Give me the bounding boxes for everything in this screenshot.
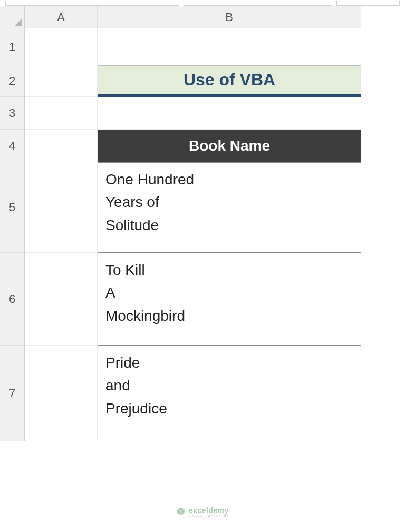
title-cell[interactable]: Use of VBA — [98, 65, 361, 97]
row-header-7[interactable]: 7 — [0, 346, 24, 441]
cell-b1[interactable] — [98, 28, 361, 65]
book-cell-2[interactable]: To Kill A Mockingbird — [98, 253, 361, 346]
formula-right-box[interactable] — [336, 1, 400, 6]
row-header-4[interactable]: 4 — [0, 130, 24, 162]
row-header-5[interactable]: 5 — [0, 162, 24, 253]
cell-a6[interactable] — [25, 253, 98, 346]
cell-a2[interactable] — [25, 65, 98, 97]
cell-a5[interactable] — [25, 162, 98, 253]
spreadsheet: 1 2 3 4 5 6 7 A B Use of VBA — [0, 6, 405, 441]
row-header-6[interactable]: 6 — [0, 253, 24, 346]
cell-a7[interactable] — [25, 346, 98, 441]
name-box[interactable] — [5, 1, 179, 6]
row-header-column: 1 2 3 4 5 6 7 — [0, 6, 25, 441]
book-cell-1[interactable]: One Hundred Years of Solitude — [98, 162, 361, 253]
watermark: exceldemy EXCEL · DATA · BI — [176, 507, 229, 517]
book-cell-3[interactable]: Pride and Prejudice — [98, 346, 361, 441]
watermark-brand: exceldemy — [189, 507, 229, 514]
col-header-b[interactable]: B — [98, 6, 361, 28]
watermark-tag: EXCEL · DATA · BI — [189, 514, 229, 517]
cell-a3[interactable] — [25, 97, 98, 130]
cell-b3[interactable] — [98, 97, 361, 130]
cell-a4[interactable] — [25, 130, 98, 162]
row-header-3[interactable]: 3 — [0, 97, 24, 130]
grid: Use of VBA Book Name One Hundred Years o… — [25, 28, 405, 441]
row-header-1[interactable]: 1 — [0, 28, 24, 65]
watermark-logo-icon — [176, 507, 186, 517]
select-all-corner[interactable] — [0, 6, 24, 28]
table-header-cell[interactable]: Book Name — [98, 130, 361, 162]
col-header-a[interactable]: A — [25, 6, 98, 28]
formula-input[interactable] — [184, 1, 332, 6]
row-header-2[interactable]: 2 — [0, 65, 24, 97]
column-header-row: A B — [25, 6, 405, 28]
cell-a1[interactable] — [25, 28, 98, 65]
formula-bar — [0, 0, 405, 6]
